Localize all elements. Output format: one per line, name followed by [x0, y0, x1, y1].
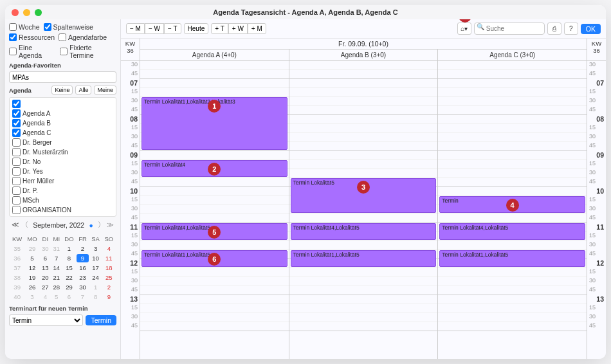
cal-day[interactable]: 29 [63, 283, 76, 291]
agenda-item[interactable]: Dr. No [11, 157, 114, 167]
appointment[interactable]: Termin4 [439, 196, 585, 213]
cal-day[interactable]: 4 [41, 293, 50, 301]
cal-day[interactable]: 8 [90, 293, 102, 301]
appointment[interactable]: Termin Lokalität42 [141, 160, 287, 177]
agenda-item[interactable]: Agenda B [11, 118, 114, 128]
nav-minus-w[interactable]: − W [145, 23, 164, 34]
appointment[interactable]: Termin Lokalität4,Lokalität5 [439, 223, 585, 240]
print-icon[interactable]: ⎙ [547, 23, 561, 35]
opt-eine-agenda[interactable]: Eine Agenda [9, 44, 56, 59]
opt-woche[interactable]: Woche [9, 23, 40, 31]
month-fwd-icon[interactable]: 〉 [98, 221, 105, 228]
agenda-item[interactable]: Agenda C [11, 128, 114, 138]
agenda-item[interactable]: MSch [11, 196, 114, 205]
nav-plus-m[interactable]: + M [248, 23, 266, 34]
cal-day[interactable]: 8 [63, 254, 76, 262]
year-back-icon[interactable]: ≪ [12, 221, 19, 228]
filter-meine[interactable]: Meine [94, 86, 116, 95]
cal-day[interactable]: 24 [90, 273, 102, 282]
appointment[interactable]: Termin Lokalität1,Lokalität5 [291, 250, 437, 267]
today-button[interactable]: Heute [184, 23, 209, 34]
appointment[interactable]: Termin Lokalität4,Lokalität55 [141, 223, 287, 240]
help-icon[interactable]: ? [564, 23, 578, 35]
nav-minus-t[interactable]: − T [164, 23, 181, 34]
cal-day[interactable]: 39 [10, 283, 24, 291]
opt-spalten[interactable]: Spaltenweise [44, 23, 93, 31]
cal-day[interactable]: 25 [103, 273, 115, 282]
cal-day[interactable]: 28 [51, 283, 61, 291]
agenda-item[interactable]: Herr Müller [11, 176, 114, 186]
cal-day[interactable]: 1 [90, 283, 102, 291]
opt-agendafarbe[interactable]: Agendafarbe [59, 33, 107, 41]
cal-day[interactable]: 13 [41, 264, 50, 272]
slot-col-a[interactable]: Termin Lokalität1,Lokalität2,Lokalität31… [140, 61, 289, 359]
cal-day[interactable]: 30 [77, 283, 88, 291]
cal-day[interactable]: 1 [63, 244, 76, 253]
opt-ressourcen[interactable]: Ressourcen [9, 33, 55, 41]
cal-day[interactable]: 18 [103, 264, 115, 272]
cal-day[interactable]: 26 [25, 283, 39, 291]
slot-col-b[interactable]: Termin Lokalität53Termin Lokalität4,Loka… [289, 61, 439, 359]
year-fwd-icon[interactable]: ≫ [107, 221, 114, 228]
cal-day[interactable]: 14 [51, 264, 61, 272]
cal-day[interactable]: 19 [25, 273, 39, 282]
term-create-button[interactable]: Termin [86, 315, 116, 325]
nav-minus-m[interactable]: − M [126, 23, 145, 34]
slot-col-c[interactable]: Termin4Termin Lokalität4,Lokalität5Termi… [438, 61, 587, 359]
fav-input[interactable] [9, 71, 116, 83]
agenda-list[interactable]: Agenda A Agenda B Agenda C Dr. Berger Dr… [9, 97, 116, 217]
agenda-item[interactable]: Dr. Yes [11, 167, 114, 176]
cal-day[interactable]: 16 [77, 264, 88, 272]
agenda-item[interactable]: Dr. Musterärztin [11, 147, 114, 157]
cal-day[interactable]: 29 [25, 244, 39, 253]
cal-day[interactable]: 11 [103, 254, 115, 262]
appointment[interactable]: Termin Lokalität4,Lokalität5 [291, 223, 437, 240]
cal-day[interactable]: 22 [63, 273, 76, 282]
term-type-select[interactable]: Termin [9, 314, 83, 326]
cal-day[interactable]: 35 [10, 244, 24, 253]
nav-plus-w[interactable]: + W [228, 23, 248, 34]
agenda-item[interactable]: Dr. P. [11, 186, 114, 196]
cal-day[interactable]: 3 [25, 293, 39, 301]
appointment[interactable]: Termin Lokalität1,Lokalität2,Lokalität31 [141, 97, 287, 150]
agenda-item[interactable]: Agenda A [11, 109, 114, 118]
filter-alle[interactable]: Alle [75, 86, 91, 95]
cal-day[interactable]: 38 [10, 273, 24, 282]
opt-fixierte[interactable]: Fixierte Termine [60, 44, 116, 59]
cal-day[interactable]: 2 [103, 283, 115, 291]
cal-day[interactable]: 4 [103, 244, 115, 253]
cal-day[interactable]: 36 [10, 254, 24, 262]
cal-day[interactable]: 21 [51, 273, 61, 282]
cal-day[interactable]: 5 [25, 254, 39, 262]
agenda-item[interactable]: ORGANISATION [11, 205, 114, 215]
cal-day[interactable]: 2 [77, 244, 88, 253]
appointment[interactable]: Termin Lokalität1,Lokalität5 [439, 250, 585, 267]
cal-day[interactable]: 9 [103, 293, 115, 301]
cal-day[interactable]: 30 [41, 244, 50, 253]
cal-day[interactable]: 37 [10, 264, 24, 272]
agenda-item[interactable] [11, 99, 114, 109]
cal-day[interactable]: 9 [77, 254, 88, 262]
cal-day[interactable]: 6 [41, 254, 50, 262]
cal-day[interactable]: 40 [10, 293, 24, 301]
home-menu-icon[interactable]: ⌂▾ [457, 23, 471, 35]
nav-plus-t[interactable]: + T [211, 23, 228, 34]
month-back-icon[interactable]: 〈 [21, 221, 28, 228]
cal-day[interactable]: 27 [41, 283, 50, 291]
appointment[interactable]: Termin Lokalität1,Lokalität56 [141, 250, 287, 267]
cal-day[interactable]: 17 [90, 264, 102, 272]
cal-day[interactable]: 3 [90, 244, 102, 253]
cal-day[interactable]: 6 [63, 293, 76, 301]
agenda-item[interactable]: Dr. Berger [11, 138, 114, 147]
appointment[interactable]: Termin Lokalität53 [291, 178, 437, 213]
cal-day[interactable]: 31 [51, 244, 61, 253]
cal-day[interactable]: 12 [25, 264, 39, 272]
search-input[interactable] [474, 23, 545, 35]
cal-day[interactable]: 20 [41, 273, 50, 282]
cal-day[interactable]: 7 [51, 254, 61, 262]
cal-day[interactable]: 7 [77, 293, 88, 301]
mini-calendar[interactable]: KWMODIMIDOFRSASO352930311234365678910113… [9, 233, 116, 302]
cal-day[interactable]: 5 [51, 293, 61, 301]
cal-day[interactable]: 10 [90, 254, 102, 262]
cal-day[interactable]: 23 [77, 273, 88, 282]
